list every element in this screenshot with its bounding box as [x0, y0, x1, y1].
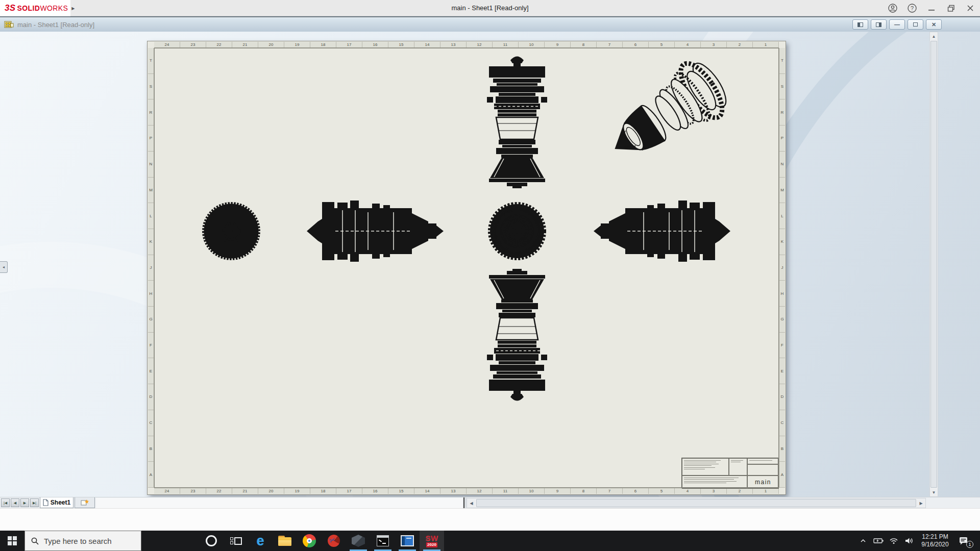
title-block-cell [682, 458, 729, 475]
edge-icon: e [256, 534, 264, 547]
last-sheet-button[interactable]: ▶| [30, 498, 39, 507]
add-sheet-icon [81, 499, 89, 506]
view-back [490, 204, 544, 258]
account-icon[interactable] [886, 2, 899, 15]
wifi-button[interactable] [888, 531, 900, 551]
wifi-icon [889, 537, 898, 544]
title-block-drawing-name: main [747, 475, 779, 489]
title-block-cell [747, 458, 779, 464]
right-pane-icon [876, 22, 881, 27]
screen-capture-button[interactable]: ✂ [322, 531, 346, 551]
file-explorer-icon [278, 536, 291, 546]
command-prompt-icon [377, 535, 389, 546]
restore-icon[interactable] [944, 2, 958, 15]
help-icon[interactable]: ? [905, 2, 919, 15]
battery-button[interactable] [872, 531, 885, 551]
add-sheet-button[interactable] [75, 497, 95, 508]
cortana-icon [206, 535, 217, 546]
window-controls: ? [886, 0, 977, 16]
close-icon[interactable] [964, 2, 977, 15]
scroll-up-arrow[interactable]: ▲ [930, 32, 938, 40]
file-explorer-button[interactable] [273, 531, 297, 551]
view-side-left [307, 201, 444, 262]
document-title: main - Sheet1 [Read-only] [17, 21, 94, 29]
solidworks-button[interactable]: SW 2020 [420, 531, 444, 551]
app-titlebar: 3SSOLIDWORKS ▶ main - Sheet1 [Read-only]… [0, 0, 980, 16]
search-input[interactable] [44, 537, 133, 545]
windows-logo-icon [8, 536, 17, 545]
chrome-button[interactable] [297, 531, 322, 551]
taskbar: e ✂ SW 2020 [0, 531, 980, 551]
tab-strip-empty [96, 498, 462, 508]
window-title: main - Sheet1 [Read-only] [0, 0, 980, 16]
svg-text:?: ? [911, 5, 914, 11]
drawing-document-icon [4, 20, 14, 29]
screen: 3SSOLIDWORKS ▶ main - Sheet1 [Read-only]… [0, 0, 980, 551]
start-button[interactable] [0, 531, 24, 551]
command-prompt-button[interactable] [371, 531, 395, 551]
chevron-up-icon [860, 538, 867, 544]
screen-capture-icon: ✂ [328, 535, 340, 547]
sheet-page-icon [43, 499, 48, 506]
search-icon [31, 537, 39, 545]
hexagon-app-icon [352, 535, 365, 547]
graphics-viewport[interactable]: 242322212019181716151413121110987654321 … [0, 32, 980, 497]
title-block: main [681, 458, 778, 488]
horizontal-scrollbar[interactable]: ◀ ▶ [467, 498, 926, 508]
restore-icon [913, 22, 918, 27]
drawing-views-svg [148, 41, 787, 495]
doc-minimize-button[interactable]: — [889, 19, 905, 30]
taskbar-search[interactable] [24, 531, 141, 551]
sheet-tab-bar: |◀ ◀ ▶ ▶| Sheet1 ◀ ▶ [0, 497, 980, 508]
doc-restore-button[interactable] [908, 19, 923, 30]
notification-badge: 1 [966, 541, 973, 548]
system-tray: 12:21 PM 9/16/2020 1 [857, 531, 980, 551]
scroll-right-arrow[interactable]: ▶ [917, 498, 925, 508]
next-sheet-button[interactable]: ▶ [20, 498, 29, 507]
left-pane-icon [857, 22, 863, 27]
tray-chevron-button[interactable] [857, 531, 869, 551]
drawing-sheet[interactable]: 242322212019181716151413121110987654321 … [147, 41, 786, 495]
view-isometric [598, 54, 735, 175]
chrome-icon [303, 534, 316, 547]
solidworks-2020-icon: SW 2020 [425, 534, 438, 547]
scroll-down-arrow[interactable]: ▼ [930, 488, 938, 496]
doc-close-button[interactable]: ✕ [926, 19, 942, 30]
feature-pane-collapse-tab[interactable]: ◂ [0, 261, 8, 273]
volume-button[interactable] [903, 531, 915, 551]
first-sheet-button[interactable]: |◀ [1, 498, 10, 507]
horizontal-scroll-thumb[interactable] [476, 499, 916, 507]
view-top [487, 57, 547, 189]
speaker-icon [904, 537, 914, 544]
view-bottom [487, 269, 547, 401]
vertical-scrollbar[interactable]: ▲ ▼ [929, 32, 938, 497]
taskbar-clock[interactable]: 12:21 PM 9/16/2020 [918, 533, 952, 548]
title-block-cell [682, 475, 747, 489]
view-front-fan [202, 202, 260, 260]
title-block-cell [747, 464, 779, 475]
cortana-button[interactable] [199, 531, 224, 551]
action-center-button[interactable]: 1 [955, 531, 972, 551]
hexagon-app-button[interactable] [346, 531, 371, 551]
task-view-button[interactable] [224, 531, 248, 551]
minimize-icon[interactable] [925, 2, 938, 15]
show-left-pane-button[interactable] [852, 19, 868, 30]
tab-sheet1[interactable]: Sheet1 [40, 497, 74, 508]
show-right-pane-button[interactable] [871, 19, 887, 30]
taskbar-spacer [141, 531, 199, 551]
task-view-icon [230, 537, 242, 545]
view-side-right [594, 201, 730, 262]
document-titlebar: main - Sheet1 [Read-only] — ✕ [0, 16, 980, 32]
edge-button[interactable]: e [248, 531, 273, 551]
title-block-cell [729, 458, 747, 475]
vertical-scroll-thumb[interactable] [930, 41, 937, 488]
clock-time: 12:21 PM [920, 533, 950, 541]
battery-charging-icon [873, 537, 884, 544]
clock-date: 9/16/2020 [920, 541, 950, 548]
document-window-controls: — ✕ [852, 19, 942, 30]
sheet-nav-buttons: |◀ ◀ ▶ ▶| [1, 498, 39, 507]
scroll-left-arrow[interactable]: ◀ [467, 498, 476, 508]
status-bar [0, 508, 980, 531]
prev-sheet-button[interactable]: ◀ [11, 498, 19, 507]
media-app-button[interactable] [395, 531, 420, 551]
